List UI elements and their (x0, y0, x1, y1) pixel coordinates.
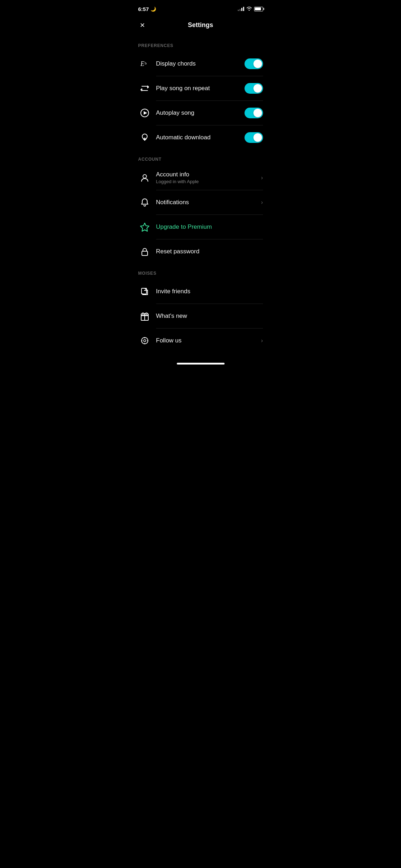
section-account: ACCOUNT Account info Logged in with Appl… (131, 150, 270, 264)
settings-item-whats-new[interactable]: What's new (131, 304, 270, 328)
follow-icon (138, 334, 151, 347)
home-indicator (131, 360, 270, 367)
section-preferences: PREFERENCES E b Display chords Play song… (131, 36, 270, 150)
settings-item-reset-password[interactable]: Reset password (131, 239, 270, 264)
autoplay-toggle[interactable] (245, 108, 263, 118)
settings-item-account-info[interactable]: Account info Logged in with Apple › (131, 165, 270, 190)
display-chords-label: Display chords (156, 60, 196, 67)
svg-point-5 (143, 175, 146, 178)
home-indicator-bar (177, 363, 225, 365)
auto-download-toggle[interactable] (245, 132, 263, 143)
account-info-label: Account info (156, 171, 258, 178)
gift-icon (138, 310, 151, 322)
nav-header: ✕ Settings (131, 16, 270, 36)
person-icon (138, 171, 151, 184)
chevron-icon: › (261, 199, 263, 206)
svg-point-12 (144, 340, 146, 342)
section-moises: MOISES Invite friends W (131, 264, 270, 353)
chevron-icon: › (261, 337, 263, 344)
settings-item-invite-friends[interactable]: Invite friends (131, 279, 270, 304)
upgrade-premium-label: Upgrade to Premium (156, 223, 212, 230)
svg-text:E: E (140, 60, 144, 67)
bell-icon (138, 196, 151, 209)
svg-marker-6 (140, 223, 149, 231)
settings-item-notifications[interactable]: Notifications › (131, 190, 270, 215)
repeat-icon (138, 82, 151, 95)
settings-item-upgrade-premium[interactable]: Upgrade to Premium (131, 215, 270, 239)
download-icon (138, 131, 151, 144)
section-label-moises: MOISES (131, 264, 270, 279)
play-repeat-label: Play song on repeat (156, 85, 210, 92)
page-title: Settings (188, 21, 213, 29)
status-time: 6:57 🌙 (138, 6, 156, 12)
notifications-label: Notifications (156, 199, 189, 206)
invite-friends-label: Invite friends (156, 288, 190, 295)
battery-icon (254, 7, 263, 11)
chords-icon: E b (138, 57, 151, 70)
close-button[interactable]: ✕ (138, 21, 146, 30)
lock-icon (138, 245, 151, 258)
star-icon (138, 221, 151, 233)
share-icon (138, 285, 151, 298)
moon-icon: 🌙 (150, 6, 156, 12)
whats-new-label: What's new (156, 312, 187, 319)
svg-marker-3 (144, 111, 147, 115)
settings-item-autoplay[interactable]: Autoplay song (131, 101, 270, 125)
settings-item-play-repeat[interactable]: Play song on repeat (131, 76, 270, 100)
svg-text:b: b (145, 61, 147, 65)
display-chords-toggle[interactable] (245, 58, 263, 69)
autoplay-icon (138, 107, 151, 119)
settings-item-display-chords[interactable]: E b Display chords (131, 52, 270, 76)
autoplay-label: Autoplay song (156, 109, 195, 116)
section-label-preferences: PREFERENCES (131, 36, 270, 52)
status-icons (238, 6, 263, 12)
svg-rect-7 (142, 251, 148, 255)
settings-item-auto-download[interactable]: Automatic download (131, 125, 270, 150)
status-bar: 6:57 🌙 (131, 0, 270, 16)
section-label-account: ACCOUNT (131, 150, 270, 165)
wifi-icon (246, 6, 252, 12)
auto-download-label: Automatic download (156, 134, 211, 141)
follow-us-label: Follow us (156, 337, 182, 344)
reset-password-label: Reset password (156, 248, 200, 255)
settings-item-follow-us[interactable]: Follow us › (131, 329, 270, 353)
play-repeat-toggle[interactable] (245, 83, 263, 94)
account-info-sublabel: Logged in with Apple (156, 179, 258, 184)
signal-icon (238, 7, 244, 11)
chevron-icon: › (261, 175, 263, 181)
